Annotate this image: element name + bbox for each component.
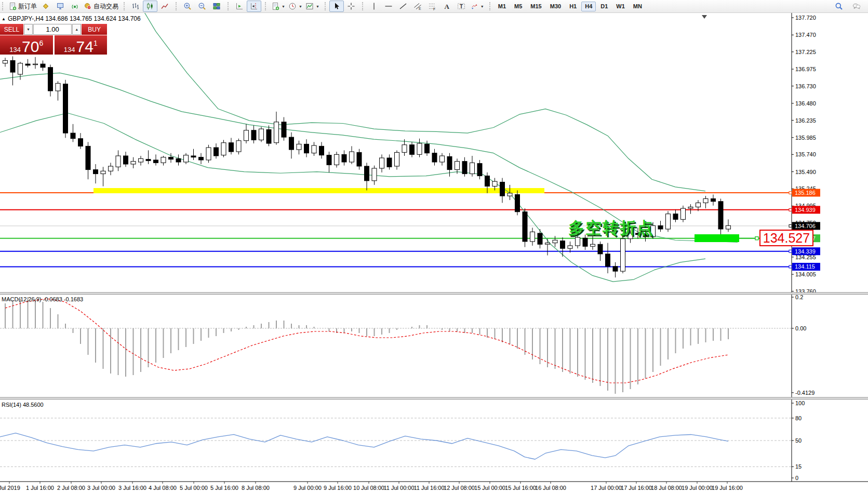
candle-body bbox=[462, 162, 467, 174]
timeframe-h1[interactable]: H1 bbox=[566, 2, 580, 11]
candle-body bbox=[229, 143, 234, 152]
trendline-button[interactable] bbox=[396, 1, 410, 12]
price-tick-label: 136.730 bbox=[795, 83, 816, 89]
candle-body bbox=[312, 145, 316, 153]
price-tick-label: 135.985 bbox=[795, 135, 816, 141]
level-anchor-handle[interactable] bbox=[789, 192, 792, 194]
candle-body bbox=[124, 156, 128, 164]
candle-body bbox=[266, 129, 271, 143]
autotrading-button[interactable]: 自动交易 bbox=[82, 1, 120, 12]
level-anchor-handle[interactable] bbox=[789, 208, 792, 211]
green-highlight-box[interactable] bbox=[695, 234, 739, 242]
profiles-button[interactable] bbox=[38, 1, 53, 12]
buy-price[interactable]: 134 74 1 bbox=[55, 35, 108, 55]
zoom-in-button[interactable] bbox=[180, 1, 195, 12]
level-anchor-handle[interactable] bbox=[789, 265, 792, 268]
new-order-button[interactable]: 新订单 bbox=[7, 1, 38, 12]
rsi-tick-label: 100 bbox=[795, 400, 805, 406]
vertical-line-button[interactable] bbox=[367, 1, 381, 12]
sell-price[interactable]: 134 70 6 bbox=[0, 35, 53, 55]
price-tick-label: 136.975 bbox=[795, 66, 816, 72]
new-order-button-label: 新订单 bbox=[18, 2, 37, 11]
timeframe-d1[interactable]: D1 bbox=[597, 2, 611, 11]
timeframe-m5[interactable]: M5 bbox=[511, 2, 526, 11]
search-button[interactable] bbox=[832, 1, 846, 12]
time-tick-label: 12 Jul 08:00 bbox=[444, 485, 475, 491]
yellow-highlight-band[interactable] bbox=[94, 188, 544, 193]
price-callout-box[interactable]: 134.527 bbox=[759, 230, 813, 246]
toolbar-grip[interactable] bbox=[362, 2, 365, 10]
market-watch-button[interactable] bbox=[53, 1, 68, 12]
candle-body bbox=[365, 166, 369, 181]
chat-icon bbox=[852, 2, 861, 10]
candle-body bbox=[658, 225, 663, 229]
time-tick-label: 11 Jul 16:00 bbox=[413, 485, 444, 491]
sell-button[interactable]: SELL bbox=[0, 24, 23, 35]
chart-shift-button[interactable] bbox=[247, 1, 261, 12]
templates-button[interactable]: ▼ bbox=[304, 1, 321, 12]
text-button[interactable]: A bbox=[439, 1, 454, 12]
main-macd-separator[interactable] bbox=[0, 292, 868, 295]
candle-body bbox=[342, 154, 346, 162]
candle-body bbox=[191, 156, 196, 157]
volume-input[interactable] bbox=[33, 24, 72, 35]
time-tick-label: 19 Jul 00:00 bbox=[682, 485, 713, 491]
bar-chart-button[interactable] bbox=[128, 1, 143, 12]
tile-windows-button[interactable] bbox=[209, 1, 224, 12]
timeframe-mn[interactable]: MN bbox=[630, 2, 646, 11]
candle-body bbox=[515, 194, 520, 211]
timeframe-h4[interactable]: H4 bbox=[581, 2, 596, 11]
text-label-button[interactable]: T bbox=[454, 1, 469, 12]
toolbar-grip[interactable] bbox=[176, 2, 178, 10]
price-tick-label: 135.740 bbox=[795, 151, 816, 157]
chart-canvas[interactable]: 137.720137.470137.225136.975136.730136.4… bbox=[0, 0, 868, 493]
candle-body bbox=[726, 225, 731, 229]
arrows-button[interactable]: ▼ bbox=[469, 1, 486, 12]
line-chart-button[interactable] bbox=[157, 1, 172, 12]
toolbar-grip[interactable] bbox=[228, 2, 230, 10]
pivot-annotation-text: 多空转折点 bbox=[568, 217, 654, 239]
toolbar-grip[interactable] bbox=[325, 2, 327, 10]
zoom-out-button[interactable] bbox=[195, 1, 209, 12]
toolbar-grip[interactable] bbox=[265, 2, 268, 10]
level-anchor-handle[interactable] bbox=[789, 250, 792, 252]
channel-button[interactable]: E bbox=[410, 1, 425, 12]
auto-scroll-button[interactable] bbox=[232, 1, 247, 12]
toolbar-grip[interactable] bbox=[489, 2, 492, 10]
timeframe-m15[interactable]: M15 bbox=[527, 2, 545, 11]
volume-decrease-button[interactable]: ▼ bbox=[24, 24, 33, 35]
chevron-down-icon: ▼ bbox=[282, 5, 285, 8]
candle-body bbox=[568, 246, 572, 248]
horizontal-line-button[interactable] bbox=[381, 1, 396, 12]
level-anchor-handle[interactable] bbox=[789, 224, 792, 227]
volume-increase-button[interactable]: ▲ bbox=[72, 24, 81, 35]
candlestick-chart-button[interactable] bbox=[143, 1, 157, 12]
callout-anchor-handle[interactable] bbox=[755, 237, 758, 240]
candle-body bbox=[274, 122, 279, 143]
symbol-info-bar: ▲ GBPJPY-,H4 134.686 134.765 134.624 134… bbox=[2, 15, 141, 22]
timeframe-w1[interactable]: W1 bbox=[612, 2, 629, 11]
toolbar-grip[interactable] bbox=[124, 2, 126, 10]
signal-icon bbox=[71, 2, 79, 10]
community-button[interactable] bbox=[849, 1, 864, 12]
collapse-arrow-icon[interactable]: ▲ bbox=[2, 17, 6, 21]
timeframe-m30[interactable]: M30 bbox=[546, 2, 565, 11]
macd-rsi-separator[interactable] bbox=[0, 397, 868, 399]
signal-button[interactable] bbox=[68, 1, 82, 12]
one-click-trading-panel: SELL ▼ ▲ BUY 134 70 6 134 74 1 bbox=[0, 24, 107, 55]
candle-body bbox=[33, 64, 38, 65]
candle-body bbox=[304, 144, 309, 153]
new-chart-button[interactable]: ▼ bbox=[270, 1, 287, 12]
candle-body bbox=[538, 233, 542, 244]
buy-button[interactable]: BUY bbox=[82, 24, 107, 35]
periods-button[interactable]: ▼ bbox=[287, 1, 304, 12]
timeframe-m1[interactable]: M1 bbox=[495, 2, 510, 11]
toolbar-grip[interactable] bbox=[2, 2, 5, 10]
cursor-button[interactable] bbox=[329, 1, 344, 12]
crosshair-button[interactable] bbox=[344, 1, 358, 12]
fibonacci-button[interactable]: F bbox=[425, 1, 439, 12]
svg-text:T: T bbox=[460, 4, 463, 9]
candle-body bbox=[176, 158, 181, 162]
chart-shift-marker-icon[interactable] bbox=[702, 15, 707, 19]
mt4-window: 137.720137.470137.225136.975136.730136.4… bbox=[0, 0, 868, 493]
